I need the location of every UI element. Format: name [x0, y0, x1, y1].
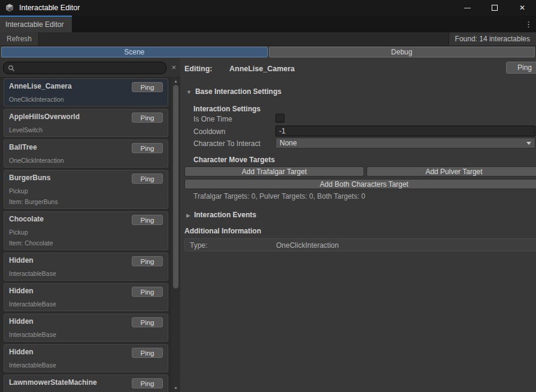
ping-button[interactable]: Ping: [132, 82, 163, 92]
titlebar: Interactable Editor ✕: [0, 0, 536, 16]
list-item[interactable]: HiddenPingInteractableBase: [4, 314, 168, 342]
item-name: Hidden: [9, 317, 34, 326]
add-both-characters-target-button[interactable]: Add Both Characters Target: [184, 179, 536, 189]
item-detail: Item: Chocolate: [9, 239, 163, 247]
list-item[interactable]: HiddenPingInteractableBase: [4, 283, 168, 311]
list-item[interactable]: HiddenPingInteractableBase: [4, 253, 168, 281]
item-type: LevelSwitch: [9, 126, 163, 133]
minimize-icon: [464, 8, 471, 8]
search-input[interactable]: [17, 63, 163, 73]
search-row: ×: [0, 58, 180, 78]
item-type: Pickup: [9, 229, 163, 236]
maximize-button[interactable]: [481, 0, 508, 16]
item-type: InteractableBase: [9, 300, 163, 308]
search-clear-icon[interactable]: ×: [171, 63, 176, 72]
found-count-label: Found: 14 interactables: [449, 32, 536, 45]
item-type: OneClickInteraction: [9, 157, 163, 164]
sidebar: × AnneLise_CameraPingOneClickInteraction…: [0, 58, 180, 392]
item-name: Hidden: [9, 348, 34, 357]
ping-button[interactable]: Ping: [132, 113, 163, 123]
type-info-box: Type: OneClickInteraction: [184, 238, 536, 251]
scroll-down-icon[interactable]: ▼: [171, 386, 181, 390]
mode-tabs: Scene Debug: [0, 46, 536, 58]
list-item[interactable]: AnneLise_CameraPingOneClickInteraction: [4, 78, 168, 107]
toolbar: Refresh Found: 14 interactables: [0, 32, 536, 46]
editing-ping-button[interactable]: Ping: [506, 62, 536, 74]
list-item[interactable]: ChocolatePingPickupItem: Chocolate: [4, 211, 168, 250]
list-item[interactable]: HiddenPingInteractableBase: [4, 344, 168, 372]
add-trafalgar-target-button[interactable]: Add Trafalgar Target: [184, 166, 364, 177]
minimize-button[interactable]: [453, 0, 481, 16]
search-box: [3, 62, 166, 74]
is-one-time-label: Is One Time: [193, 115, 232, 123]
cooldown-label: Cooldown: [193, 127, 225, 136]
add-pulver-target-button[interactable]: Add Pulver Target: [367, 166, 536, 177]
list-item[interactable]: AppleHillsOverworldPingLevelSwitch: [4, 109, 168, 137]
item-detail: Item: BurgerBuns: [9, 198, 163, 205]
close-button[interactable]: ✕: [508, 0, 536, 16]
inspector-panel: Editing: AnneLise_Camera Ping ▼Base Inte…: [180, 58, 536, 392]
list-item[interactable]: BallTreePingOneClickInteraction: [4, 139, 168, 168]
refresh-button[interactable]: Refresh: [0, 32, 39, 45]
item-name: Chocolate: [9, 215, 44, 224]
character-to-interact-dropdown[interactable]: None: [275, 138, 535, 148]
item-name: AppleHillsOverworld: [9, 113, 80, 121]
ping-button[interactable]: Ping: [132, 378, 163, 388]
item-type: InteractableBase: [9, 270, 163, 277]
item-name: Hidden: [9, 287, 34, 296]
ping-button[interactable]: Ping: [132, 317, 163, 327]
character-to-interact-label: Character To Interact: [193, 139, 261, 148]
editor-tab-interactable-editor[interactable]: Interactable Editor: [0, 16, 72, 32]
editor-tabbar: Interactable Editor ⋮: [0, 16, 536, 32]
ping-button[interactable]: Ping: [132, 287, 163, 297]
ping-button[interactable]: Ping: [132, 256, 163, 266]
unity-cube-icon: [5, 3, 14, 13]
chevron-down-icon: [526, 142, 531, 145]
item-type: OneClickInteraction: [9, 96, 163, 103]
list-item[interactable]: BurgerBunsPingPickupItem: BurgerBuns: [4, 170, 168, 209]
list-scrollbar[interactable]: ▲ ▼: [170, 78, 180, 392]
editing-row: Editing: AnneLise_Camera Ping: [184, 63, 536, 75]
base-settings-foldout[interactable]: ▼Base Interaction Settings: [186, 87, 281, 96]
is-one-time-checkbox[interactable]: [275, 114, 284, 123]
ping-button[interactable]: Ping: [132, 215, 163, 225]
interaction-settings-header: Interaction Settings: [193, 105, 261, 113]
search-icon: [8, 65, 15, 72]
item-type: InteractableBase: [9, 361, 163, 369]
cooldown-field[interactable]: [275, 126, 535, 136]
item-name: BallTree: [9, 143, 37, 152]
window-title: Interactable Editor: [19, 4, 80, 12]
type-label: Type:: [190, 241, 207, 250]
ping-button[interactable]: Ping: [132, 348, 163, 358]
additional-information-header: Additional Information: [184, 227, 261, 235]
window-controls: ✕: [453, 0, 536, 16]
interactable-editor-window: Interactable Editor ✕ Interactable Edito…: [0, 0, 536, 392]
scrollbar-thumb[interactable]: [173, 85, 178, 288]
ping-button[interactable]: Ping: [132, 174, 163, 184]
foldout-open-icon: ▼: [186, 89, 192, 95]
item-name: Hidden: [9, 256, 34, 265]
window-menu-icon[interactable]: ⋮: [521, 16, 536, 32]
list-item[interactable]: LawnmowerStateMachinePingOneClickInterac…: [4, 375, 168, 392]
tab-debug[interactable]: Debug: [269, 47, 535, 57]
ping-button[interactable]: Ping: [132, 143, 163, 153]
foldout-closed-icon: ▶: [186, 212, 190, 218]
targets-summary: Trafalgar Targets: 0, Pulver Targets: 0,…: [193, 192, 365, 200]
interactable-list: AnneLise_CameraPingOneClickInteractionAp…: [0, 78, 170, 392]
character-move-targets-header: Character Move Targets: [193, 156, 275, 164]
type-value: OneClickInteraction: [276, 241, 339, 250]
tab-scene[interactable]: Scene: [1, 47, 268, 57]
item-type: InteractableBase: [9, 331, 163, 338]
maximize-icon: [492, 5, 498, 11]
editor-tab-label: Interactable Editor: [5, 20, 63, 29]
scroll-up-icon[interactable]: ▲: [171, 79, 181, 83]
editing-value: AnneLise_Camera: [229, 65, 295, 73]
item-type: Pickup: [9, 187, 163, 195]
item-name: AnneLise_Camera: [9, 82, 72, 91]
editing-label: Editing:: [184, 65, 213, 73]
interaction-events-foldout[interactable]: ▶Interaction Events: [186, 211, 256, 219]
item-name: BurgerBuns: [9, 174, 50, 183]
item-name: LawnmowerStateMachine: [9, 378, 97, 387]
